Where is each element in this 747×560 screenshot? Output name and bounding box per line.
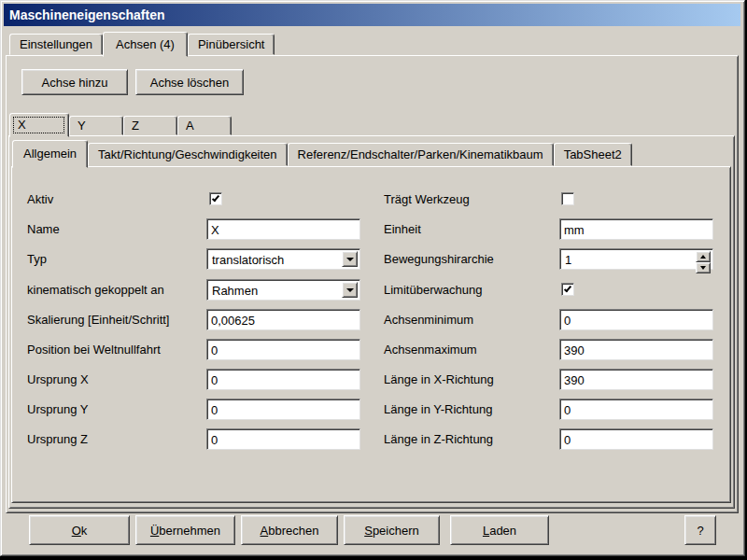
form-row: Position bei Weltnullfahrt [27, 339, 360, 361]
selected-value: translatorisch [212, 252, 339, 268]
form-row: Länge in Z-Richtung [384, 428, 713, 451]
limitueberwachung-checkbox[interactable] [561, 283, 574, 296]
spinner-down-icon [700, 266, 706, 273]
button-label: Übernehmen [150, 524, 220, 538]
field-label: Ursprung X [27, 369, 89, 391]
form-row: Ursprung Z [27, 428, 360, 451]
spinner-up-icon [700, 252, 706, 259]
add-axis-button[interactable]: Achse hinzu [21, 69, 128, 95]
field-label: kinematisch gekoppelt an [27, 279, 164, 301]
field-label: Name [27, 218, 60, 241]
axis-tab-x[interactable]: X [9, 113, 69, 137]
tab-label: Einstellungen [20, 37, 92, 51]
field-label: Position bei Weltnullfahrt [27, 339, 161, 361]
tab-label: A [186, 119, 194, 133]
dropdown-arrow-icon [346, 288, 354, 296]
button-label: ? [697, 524, 703, 538]
tab-pinuebersicht[interactable]: Pinübersicht [188, 34, 275, 55]
skalierung-input[interactable] [206, 309, 360, 330]
form-row: Limitüberwachung [384, 279, 713, 301]
field-label: Bewegungshirarchie [384, 248, 494, 271]
tab-tabsheet2[interactable]: TabSheet2 [554, 143, 632, 166]
axis-tab-z[interactable]: Z [123, 116, 177, 135]
typ-select[interactable]: translatorisch [206, 248, 360, 270]
abbrechen-button[interactable]: Abbrechen [241, 515, 338, 545]
tab-label: Referenz/Endschalter/Parken/Kinematikbau… [298, 147, 543, 161]
tab-label: Z [132, 119, 139, 133]
axis-tab-strip: X Y Z A [9, 113, 232, 137]
form-row: Bewegungshirarchie 1 [384, 248, 713, 271]
window-title: Maschineneigenschaften [9, 7, 165, 22]
achsenmaximum-input[interactable] [559, 339, 713, 360]
button-label: Achse löschen [150, 76, 230, 90]
speichern-button[interactable]: Speichern [344, 515, 440, 545]
form-row: Trägt Werkzeug [384, 189, 713, 211]
field-label: Länge in Z-Richtung [384, 428, 493, 451]
laenge-z-input[interactable] [559, 428, 713, 450]
window-titlebar[interactable]: Maschineneigenschaften [4, 4, 740, 26]
position-weltnullfahrt-input[interactable] [206, 339, 360, 360]
machine-properties-dialog: Maschineneigenschaften Einstellungen Ach… [0, 0, 745, 556]
button-label: Laden [483, 524, 516, 538]
spinner-value: 1 [565, 252, 694, 268]
form-row: Länge in X-Richtung [384, 369, 713, 391]
achsenminimum-input[interactable] [559, 309, 713, 330]
tab-label: Takt/Richtung/Geschwindigkeiten [98, 147, 277, 161]
dropdown-button[interactable] [342, 282, 358, 298]
delete-axis-button[interactable]: Achse löschen [135, 69, 244, 95]
tab-einstellungen[interactable]: Einstellungen [9, 34, 103, 55]
field-label: Ursprung Z [27, 428, 88, 451]
axis-tab-a[interactable]: A [177, 116, 232, 135]
button-label: Achse hinzu [42, 76, 108, 90]
ok-button[interactable]: Ok [29, 515, 130, 545]
laenge-x-input[interactable] [559, 369, 713, 390]
section-tab-strip: Allgemein Takt/Richtung/Geschwindigkeite… [12, 140, 632, 168]
form-row: Achsenminimum [384, 309, 713, 331]
spinner-up-button[interactable] [696, 251, 711, 262]
tab-label: Pinübersicht [198, 37, 265, 51]
bewegungshirarchie-spinner[interactable]: 1 [559, 248, 713, 270]
tab-allgemein[interactable]: Allgemein [12, 140, 88, 168]
ursprung-x-input[interactable] [206, 369, 360, 390]
laden-button[interactable]: Laden [450, 515, 549, 545]
form-row: Aktiv [27, 189, 360, 211]
dropdown-button[interactable] [342, 251, 358, 267]
form-row: kinematisch gekoppelt an Rahmen [27, 279, 360, 301]
focus-rect [13, 117, 64, 133]
field-label: Länge in X-Richtung [384, 369, 494, 391]
form-row: Länge in Y-Richtung [384, 399, 713, 421]
form-row: Einheit [384, 218, 713, 241]
help-button[interactable]: ? [684, 515, 716, 545]
tab-label: Achsen (4) [116, 37, 175, 51]
form-row: Typ translatorisch [27, 248, 360, 271]
spinner-down-button[interactable] [696, 262, 711, 273]
uebernehmen-button[interactable]: Übernehmen [135, 515, 235, 545]
einheit-input[interactable] [559, 218, 713, 240]
main-tab-strip: Einstellungen Achsen (4) Pinübersicht [9, 32, 275, 57]
checkmark-icon [212, 194, 219, 203]
form-row: Achsenmaximum [384, 339, 713, 361]
field-label: Skalierung [Einheit/Schritt] [27, 309, 169, 331]
field-label: Aktiv [27, 189, 53, 211]
button-label: Speichern [364, 524, 419, 538]
tab-referenz-endschalter-parken-kinematikbaum[interactable]: Referenz/Endschalter/Parken/Kinematikbau… [288, 143, 554, 166]
field-label: Trägt Werkzeug [384, 189, 470, 211]
tab-takt-richtung-geschwindigkeiten[interactable]: Takt/Richtung/Geschwindigkeiten [88, 143, 288, 166]
laenge-y-input[interactable] [559, 399, 713, 420]
kinematisch-gekoppelt-an-select[interactable]: Rahmen [206, 279, 360, 301]
selected-value: Rahmen [212, 283, 339, 299]
field-label: Länge in Y-Richtung [384, 399, 492, 421]
name-input[interactable] [206, 218, 360, 240]
ursprung-y-input[interactable] [206, 399, 360, 420]
tab-label: Y [78, 119, 86, 133]
aktiv-checkbox[interactable] [209, 192, 222, 205]
ursprung-z-input[interactable] [206, 428, 360, 450]
field-label: Limitüberwachung [384, 279, 483, 301]
form-row: Ursprung Y [27, 399, 360, 421]
axis-tab-y[interactable]: Y [69, 116, 123, 135]
tab-achsen[interactable]: Achsen (4) [103, 32, 188, 57]
field-label: Typ [27, 248, 47, 271]
traegt-werkzeug-checkbox[interactable] [561, 192, 574, 205]
button-label: Ok [72, 524, 88, 538]
field-label: Achsenminimum [384, 309, 473, 331]
